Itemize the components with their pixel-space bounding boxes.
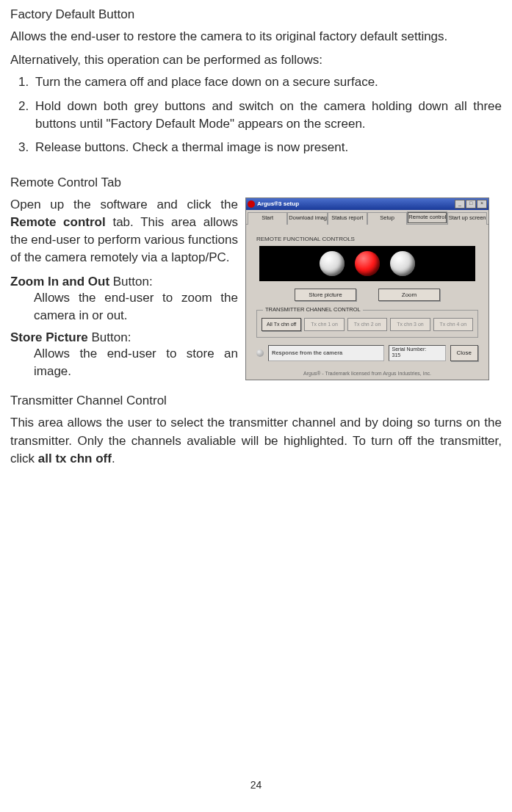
remote-control-paragraph: Open up the software and click the Remot…	[10, 196, 238, 267]
tab-start[interactable]: Start	[248, 212, 287, 225]
serial-value: 315	[392, 352, 442, 358]
def-term-zoom: Zoom In and Out Button:	[10, 273, 238, 291]
text: Open up the software and click the	[10, 197, 238, 211]
step-item: Hold down both grey buttons and switch o…	[32, 98, 502, 133]
bold: Zoom In and Out	[10, 275, 109, 289]
transmitter-groupbox: TRANSMITTER CHANNEL CONTROL All Tx chn o…	[256, 310, 478, 338]
heading-remote-control-tab: Remote Control Tab	[10, 174, 502, 192]
left-text-column: Open up the software and click the Remot…	[10, 196, 238, 385]
def-body-zoom: Allows the end-user to zoom the camera i…	[34, 289, 238, 325]
close-window-button[interactable]: ×	[477, 200, 487, 209]
tab-bar: Start Download image Status report Setup…	[246, 210, 488, 225]
factory-default-intro: Allows the end-user to restore the camer…	[10, 28, 502, 46]
tx-chn-3-button[interactable]: Tx chn 3 on	[390, 318, 430, 331]
status-dot-icon	[256, 349, 264, 357]
section-label-remote: REMOTE FUNCTIONAL CONTROLS	[256, 235, 481, 243]
tx-chn-2-button[interactable]: Tx chn 2 on	[347, 318, 387, 331]
factory-default-intro-2: Alternatively, this operation can be per…	[10, 51, 502, 69]
serial-number-box: Serial Number: 315	[389, 345, 446, 360]
heading-factory-default: Factory Default Button	[10, 6, 502, 23]
close-button[interactable]: Close	[450, 345, 478, 360]
store-picture-button[interactable]: Store picture	[295, 289, 356, 301]
circles-box	[259, 246, 475, 281]
bold: Store Picture	[10, 330, 88, 344]
panel-body: REMOTE FUNCTIONAL CONTROLS Store picture…	[246, 225, 488, 367]
titlebar: Argus®3 setup _ □ ×	[246, 198, 488, 210]
text: Button:	[109, 275, 153, 289]
embedded-screenshot: Argus®3 setup _ □ × Start Download image…	[245, 197, 502, 380]
step-item: Turn the camera off and place face down …	[32, 73, 502, 91]
app-window: Argus®3 setup _ □ × Start Download image…	[245, 197, 489, 380]
text: Allows the end-user to restore the camer…	[10, 29, 447, 43]
minimize-button[interactable]: _	[455, 200, 465, 209]
tab-download-image[interactable]: Download image	[287, 212, 327, 225]
zoom-button[interactable]: Zoom	[378, 289, 440, 301]
app-icon	[248, 200, 255, 208]
text: .	[112, 452, 115, 465]
maximize-button[interactable]: □	[466, 200, 476, 209]
bold-remote-control: Remote control	[10, 215, 106, 229]
transmitter-paragraph: This area allows the user to select the …	[10, 414, 502, 467]
steps-list: Turn the camera off and place face down …	[10, 73, 502, 156]
heading-transmitter: Transmitter Channel Control	[10, 392, 502, 410]
tab-status-report[interactable]: Status report	[328, 212, 367, 225]
page-number: 24	[0, 778, 512, 793]
text: Button:	[88, 330, 131, 344]
tx-chn-4-button[interactable]: Tx chn 4 on	[433, 318, 473, 331]
tab-setup[interactable]: Setup	[367, 212, 407, 225]
trademark-text: Argus® - Trademark licensed from Argus I…	[246, 367, 488, 380]
def-term-store: Store Picture Button:	[10, 329, 238, 347]
step-item: Release buttons. Check a thermal image i…	[32, 139, 502, 156]
serial-label: Serial Number:	[392, 347, 442, 352]
bold-all-tx-chn-off: all tx chn off	[38, 452, 112, 465]
groupbox-legend: TRANSMITTER CHANNEL CONTROL	[263, 306, 363, 314]
tab-remote-control[interactable]: Remote control	[407, 211, 447, 224]
window-title: Argus®3 setup	[257, 200, 452, 208]
grey-button-right-icon[interactable]	[390, 251, 415, 276]
def-body-store: Allows the end-user to store an image.	[34, 345, 238, 380]
response-box: Response from the camera	[268, 345, 384, 360]
tab-start-up-screen[interactable]: Start up screen	[447, 212, 487, 225]
red-button-icon[interactable]	[355, 251, 380, 276]
tx-chn-1-button[interactable]: Tx chn 1 on	[304, 318, 344, 331]
grey-button-left-icon[interactable]	[320, 251, 345, 276]
all-tx-chn-off-button[interactable]: All Tx chn off	[262, 318, 301, 331]
